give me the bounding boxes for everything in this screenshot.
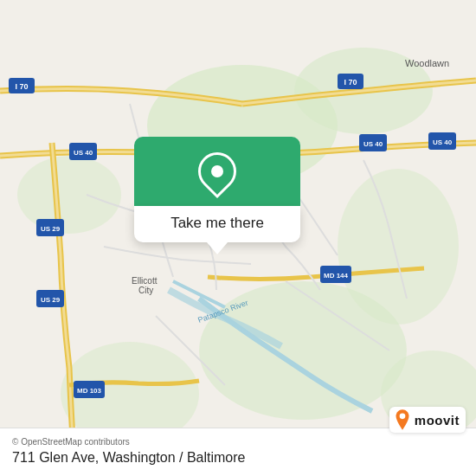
app-container: I 70 I 70 US 40 US 40 US 40 US 40	[0, 0, 476, 476]
svg-text:I 70: I 70	[15, 82, 28, 91]
popup-body: Take me there	[134, 206, 300, 242]
popup-tail	[207, 242, 228, 254]
svg-text:US 40: US 40	[74, 149, 93, 157]
take-me-there-button[interactable]: Take me there	[170, 215, 264, 232]
svg-text:US 40: US 40	[363, 140, 383, 148]
svg-point-31	[399, 414, 405, 420]
location-title: 711 Glen Ave, Washington / Baltimore	[12, 450, 464, 466]
moovit-logo: moovit	[389, 407, 466, 433]
svg-text:City: City	[138, 286, 153, 295]
popup-card: Take me there	[134, 137, 300, 254]
svg-text:US 29: US 29	[41, 225, 61, 233]
svg-text:MD 103: MD 103	[77, 387, 102, 395]
map-pin-icon	[190, 145, 244, 198]
moovit-brand-text: moovit	[415, 413, 460, 428]
woodlawn-label: Woodlawn	[405, 58, 449, 68]
svg-text:I 70: I 70	[344, 78, 357, 87]
svg-point-5	[199, 281, 407, 420]
svg-point-3	[17, 156, 121, 234]
svg-text:US 40: US 40	[433, 138, 453, 146]
bottom-bar: © OpenStreetMap contributors 711 Glen Av…	[0, 428, 476, 476]
svg-text:Ellicott: Ellicott	[132, 276, 158, 286]
svg-text:US 29: US 29	[41, 296, 61, 304]
map-pin-dot	[211, 165, 223, 177]
map-attribution: © OpenStreetMap contributors	[12, 437, 464, 447]
popup-header	[134, 137, 300, 206]
svg-text:MD 144: MD 144	[324, 272, 349, 280]
moovit-pin-icon	[394, 409, 411, 430]
